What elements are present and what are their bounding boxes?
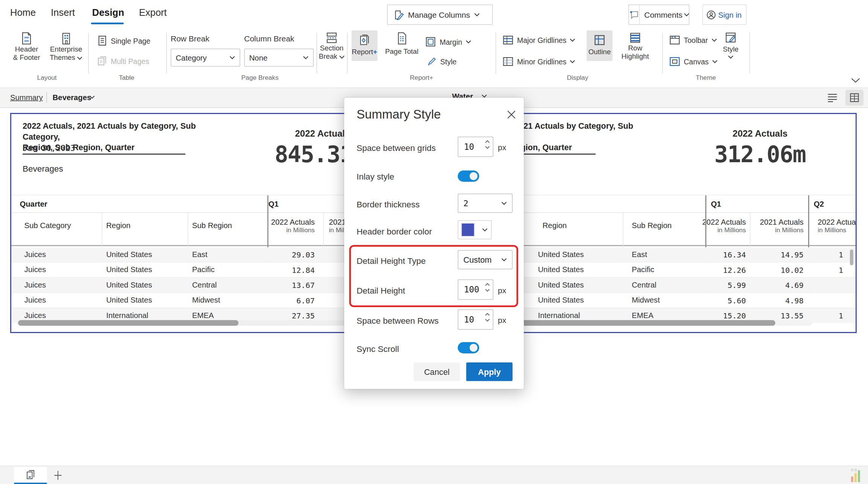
beverages-chevron-icon[interactable] [89,96,95,99]
bottom-bar [0,466,868,484]
canvas-label: Canvas [684,57,709,66]
stepper-arrows[interactable] [485,140,490,149]
add-comment-icon[interactable] [629,5,640,24]
stepper-arrows[interactable] [485,283,490,292]
border-thickness-label: Border thickness [357,199,420,209]
tab-divider [46,92,47,103]
active-page-indicator [14,483,47,484]
ribbon: Home Insert Design Export Manage Columns… [0,0,868,88]
section-break-icon [325,32,339,44]
manage-columns-label: Manage Columns [408,10,470,19]
app-window: Home Insert Design Export Manage Columns… [0,0,868,484]
tab-beverages[interactable]: Beverages [53,93,91,102]
single-page-button[interactable]: Single Page [97,35,150,46]
manage-columns-button[interactable]: Manage Columns [387,5,493,25]
tab-home[interactable]: Home [10,8,36,19]
right-kpi-label: 2022 Actuals [733,129,788,139]
water-chevron-icon[interactable] [481,94,487,98]
horizontal-scrollbar-thumb[interactable] [18,320,238,326]
tab-export[interactable]: Export [139,8,167,19]
margin-icon [425,36,436,47]
inlay-style-label: Inlay style [357,172,394,181]
header-footer-button[interactable]: Header & Footer [11,32,42,62]
grid-view-icon [850,93,860,103]
section-break-button[interactable]: Section Break [318,32,345,61]
row-highlight-button[interactable]: Row Highlight [619,32,651,61]
detail-height-type-select[interactable]: Custom [458,250,513,269]
vertical-scrollbar-thumb[interactable] [850,250,853,265]
report-plus-button[interactable]: Report+ [351,30,377,61]
detail-height-input[interactable]: 100 [458,280,494,300]
sync-scroll-toggle[interactable] [458,342,479,353]
outline-icon [593,34,606,46]
toolbar-button[interactable]: Toolbar [669,35,717,45]
tab-design[interactable]: Design [92,8,124,19]
page-total-button[interactable]: Page Total [383,32,420,56]
dialog-title: Summary Style [357,107,441,122]
major-gridlines-icon [503,35,514,45]
detail-height-label: Detail Height [357,286,405,295]
multi-pages-button[interactable]: Multi Pages [97,55,149,67]
minor-gridlines-button[interactable]: Minor Gridlines [503,56,576,67]
theme-style-label: Style [723,45,739,54]
row-break-value: Category [176,53,207,62]
toolbar-label: Toolbar [684,36,708,44]
enterprise-themes-button[interactable]: Enterprise Themes [48,32,84,62]
cancel-button[interactable]: Cancel [414,362,460,381]
margin-label: Margin [440,38,462,46]
close-icon[interactable] [507,110,516,119]
left-category-label: Beverages [23,164,63,174]
px-unit: px [498,286,506,295]
apply-button[interactable]: Apply [466,362,513,381]
tab-insert[interactable]: Insert [51,8,75,19]
right-kpi-value: 312.06m [714,141,805,167]
px-unit: px [498,316,506,325]
right-col-sub-region: Sub Region [632,221,672,230]
group-label-report: Report+ [410,74,433,81]
left-col-sub-category: Sub Category [24,221,71,230]
right-q1-header: Q1 [711,200,721,209]
header-footer-label-2: & Footer [13,54,40,62]
list-view-icon[interactable] [827,93,838,103]
border-thickness-select[interactable]: 2 [458,194,513,213]
header-border-color-picker[interactable] [458,220,492,239]
row-break-select[interactable]: Category [171,49,240,67]
grid-view-toggle[interactable] [845,90,863,106]
report-plus-label: Report [352,48,373,56]
minor-gridlines-label: Minor Gridlines [517,57,567,66]
major-gridlines-button[interactable]: Major Gridlines [503,35,576,45]
group-label-page-breaks: Page Breaks [241,74,279,81]
group-label-theme: Theme [696,74,716,81]
section-break-label-1: Section [320,44,344,53]
add-page-button[interactable] [53,470,63,481]
section-break-label-2: Break [319,53,337,61]
header-footer-icon [20,32,33,45]
outline-button[interactable]: Outline [587,30,613,61]
right-col-2022-actuals-q1: 2022 Actualsin Millions [692,218,746,233]
column-break-value: None [249,53,267,62]
enterprise-themes-icon [60,32,72,45]
detail-height-type-label: Detail Height Type [357,256,426,266]
tab-summary[interactable]: Summary [10,93,43,102]
header-footer-label-1: Header [15,45,38,54]
copy-page-icon [26,470,35,480]
report-style-button[interactable]: Style [427,56,457,67]
row-highlight-label-1: Row [628,44,642,53]
page-tab-active[interactable] [14,467,47,483]
theme-style-button[interactable]: Style [717,32,745,59]
margin-button[interactable]: Margin [425,36,471,47]
paint-brush-icon [427,56,437,67]
space-between-grids-input[interactable]: 10 [458,137,494,157]
space-between-grids-label: Space between grids [357,143,436,153]
space-between-rows-input[interactable]: 10 [458,309,494,330]
left-quarter-header: Quarter [20,200,47,209]
canvas-icon [669,56,680,67]
canvas-button[interactable]: Canvas [669,56,718,67]
sign-in-button[interactable]: Sign in [703,5,747,25]
column-break-select[interactable]: None [244,49,314,67]
comments-button[interactable]: Comments [628,5,689,25]
row-highlight-label-2: Highlight [622,53,649,61]
collapse-ribbon-chevron[interactable] [851,78,860,83]
stepper-arrows[interactable] [485,313,490,322]
inlay-style-toggle[interactable] [458,170,479,182]
